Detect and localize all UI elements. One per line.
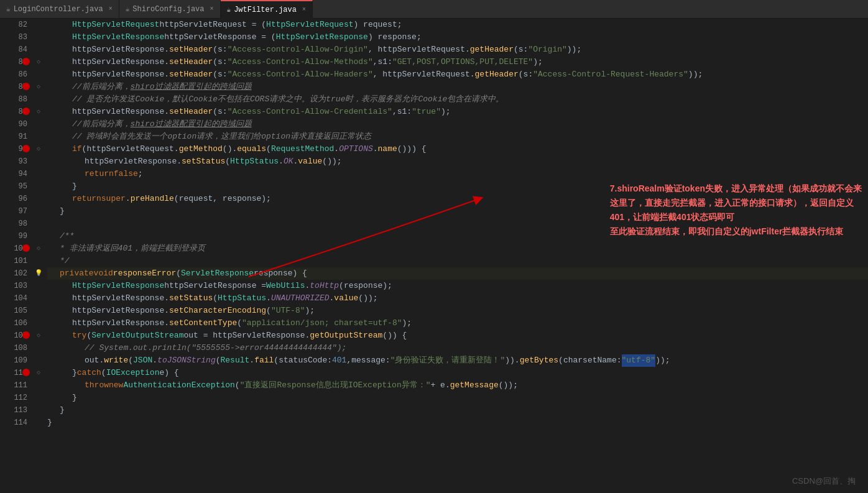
tab-jwtfilter[interactable]: JwtFilter.java ×	[221, 0, 313, 19]
annotation-text: 7.shiroRealm验证token失败，进入异常处理（如果成功就不会来这里了…	[610, 182, 862, 239]
code-line-109: out. write ( JSON . toJSONString ( Resul…	[47, 354, 868, 367]
code-line-82: HttpServletRequest httpServletRequest = …	[47, 19, 868, 31]
code-line-110: } catch ( IOException e) {	[47, 367, 868, 379]
code-line-87: //前后端分离， shiro过滤器配置引起的跨域问题	[47, 81, 868, 93]
tab-shiroconfig-close[interactable]: ×	[210, 6, 214, 12]
tab-jwtfilter-close[interactable]: ×	[302, 6, 306, 13]
code-line-91: // 跨域时会首先发送一个option请求，这里我们给option请求直接返回正…	[47, 131, 868, 143]
code-line-94: return false ;	[47, 168, 868, 180]
code-line-83: HttpServletResponse httpServletResponse …	[47, 31, 868, 44]
watermark: CSDN@回首、掏	[792, 476, 856, 487]
tab-bar: LoginController.java × ShiroConfig.java …	[0, 0, 868, 19]
code-line-113: }	[47, 404, 868, 417]
gutter: ◇ ◇ ◇ ◇ ◇ 💡 ◇ ◇	[32, 19, 45, 493]
code-line-105: httpServletResponse. setCharacterEncodin…	[47, 305, 868, 317]
code-line-89: httpServletResponse. setHeader ( s: "Acc…	[47, 106, 868, 118]
tab-shiroconfig-label: ShiroConfig.java	[132, 5, 204, 14]
code-line-108: // System.out.println("5555555->error444…	[47, 342, 868, 354]
code-line-84: httpServletResponse. setHeader ( s: "Acc…	[47, 44, 868, 56]
code-line-90: //前后端分离， shiro过滤器配置引起的跨域问题	[47, 118, 868, 131]
code-line-100: * 非法请求返回401，前端拦截到登录页	[47, 242, 868, 255]
code-line-107: try ( ServletOutputStream out = httpServ…	[47, 329, 868, 342]
code-line-104: httpServletResponse. setStatus ( HttpSta…	[47, 292, 868, 305]
tab-jwtfilter-label: JwtFilter.java	[234, 6, 297, 14]
line-numbers: 82 83 84 85 86 87 88 89 90 91 92 93 94 9…	[0, 19, 32, 493]
code-line-102: private void responseError ( ServletResp…	[47, 267, 868, 280]
tab-shiroconfig[interactable]: ShiroConfig.java ×	[119, 0, 221, 19]
code-line-106: httpServletResponse. setContentType ( "a…	[47, 317, 868, 329]
code-line-86: httpServletResponse. setHeader ( s: "Acc…	[47, 68, 868, 81]
code-line-93: httpServletResponse. setStatus ( HttpSta…	[47, 155, 868, 168]
tab-logincontroller-label: LoginController.java	[14, 5, 103, 14]
annotation-box: 7.shiroRealm验证token失败，进入异常处理（如果成功就不会来这里了…	[610, 182, 862, 239]
code-line-92: if (httpServletRequest. getMethod (). eq…	[47, 143, 868, 155]
code-line-112: }	[47, 392, 868, 404]
code-line-111: throw new AuthenticationException ( "直接返…	[47, 379, 868, 392]
editor: 82 83 84 85 86 87 88 89 90 91 92 93 94 9…	[0, 19, 868, 493]
code-content: HttpServletRequest httpServletRequest = …	[45, 19, 868, 493]
tab-logincontroller-close[interactable]: ×	[109, 6, 113, 12]
code-line-114: }	[47, 417, 868, 429]
code-line-88: // 是否允许发送Cookie，默认Cookie不包括在CORS请求之中。设为t…	[47, 93, 868, 106]
code-line-85: httpServletResponse. setHeader ( s: "Acc…	[47, 56, 868, 68]
code-line-103: HttpServletResponse httpServletResponse …	[47, 280, 868, 292]
code-line-101: */	[47, 255, 868, 267]
tab-logincontroller[interactable]: LoginController.java ×	[0, 0, 119, 19]
